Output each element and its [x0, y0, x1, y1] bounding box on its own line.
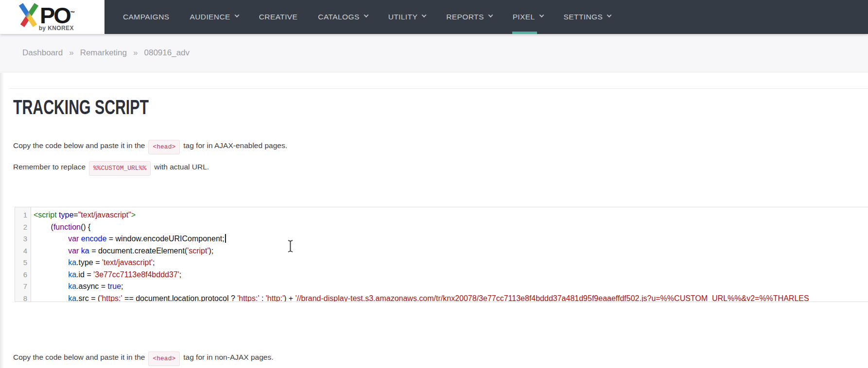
code-token-var: ka: [68, 294, 76, 302]
breadcrumb-item[interactable]: Remarketing: [80, 48, 127, 58]
code-token-plain: [34, 282, 68, 290]
nav-item-settings[interactable]: SETTINGS: [554, 0, 622, 34]
code-token-plain: .id =: [76, 270, 93, 279]
code-line-6[interactable]: ka.id = '3e77cc7113e8f4bddd37';: [34, 269, 868, 281]
code-token-atom: true: [108, 282, 122, 290]
code-token-plain: () {: [81, 223, 90, 231]
nav-item-utility[interactable]: UTILITY: [378, 0, 436, 34]
breadcrumb-separator: »: [133, 48, 138, 58]
nav-item-reports[interactable]: REPORTS: [436, 0, 502, 34]
code-token-plain: == document.location.protocol ?: [122, 294, 238, 302]
nav-item-label: UTILITY: [388, 13, 418, 21]
code-line-8[interactable]: ka.src = ('https:' == document.location.…: [34, 293, 868, 302]
code-token-plain: = window.encodeURIComponent;: [106, 234, 224, 243]
nav-item-label: AUDIENCE: [190, 13, 230, 21]
logo-area: PO™ by KNOREX: [0, 0, 104, 34]
content-divider: [9, 88, 868, 89]
editor-gutter: 12345678: [15, 207, 31, 301]
code-token-plain: =: [73, 211, 78, 219]
chevron-down-icon: [539, 13, 544, 17]
nav-item-label: PIXEL: [513, 13, 535, 21]
code-token-plain: ;: [121, 282, 123, 290]
code-line-7[interactable]: ka.async = true;: [34, 281, 868, 293]
inline-code-head-tag: <head>: [148, 140, 180, 154]
chevron-down-icon: [607, 13, 612, 17]
text-caret: [225, 234, 226, 243]
nav-item-campaigns[interactable]: CAMPAIGNS: [113, 0, 179, 34]
instruction-text: Copy the code below and paste it in the: [13, 141, 145, 150]
instruction-text: Copy the code below and paste it in the: [13, 353, 145, 361]
nav-item-label: CREATIVE: [259, 13, 298, 21]
nav-item-label: CAMPAIGNS: [123, 13, 169, 21]
nav-item-label: REPORTS: [446, 13, 484, 21]
chevron-down-icon: [234, 13, 239, 17]
instruction-ajax: Copy the code below and paste it in the<…: [13, 140, 287, 154]
code-token-str: 'http:': [266, 294, 284, 302]
code-token-str: "text/javascript": [78, 211, 131, 219]
code-token-plain: ) +: [284, 294, 295, 302]
line-number: 7: [15, 281, 27, 293]
editor-code-area[interactable]: <script type="text/javascript"> (functio…: [31, 207, 868, 301]
code-token-tag: >: [131, 211, 136, 219]
main-nav: CAMPAIGNSAUDIENCECREATIVECATALOGSUTILITY…: [104, 0, 868, 34]
tracking-script-editor[interactable]: 12345678 <script type="text/javascript">…: [15, 207, 868, 302]
code-token-plain: ;: [179, 270, 181, 279]
breadcrumb-item[interactable]: Dashboard: [22, 48, 63, 58]
instruction-text: with actual URL.: [154, 163, 209, 171]
code-token-tag: <script: [34, 211, 57, 219]
code-line-1[interactable]: <script type="text/javascript">: [34, 209, 868, 221]
instruction-nonajax: Copy the code below and paste it in the<…: [13, 351, 274, 366]
instruction-text: tag for in AJAX-enabled pages.: [183, 141, 287, 150]
line-number: 4: [15, 245, 27, 257]
code-token-def: encode: [81, 234, 107, 243]
code-token-str: '3e77cc7113e8f4bddd37': [93, 270, 179, 279]
nav-item-catalogs[interactable]: CATALOGS: [308, 0, 378, 34]
code-token-plain: .src = (: [76, 294, 100, 302]
instruction-replace: Remember to replace%%CUSTOM_URL%%with ac…: [13, 161, 209, 176]
code-token-plain: [34, 294, 68, 302]
breadcrumb: Dashboard»Remarketing»080916_adv: [22, 48, 190, 58]
code-token-kw: var: [68, 247, 79, 255]
logo-wordmark: PO™: [40, 1, 75, 27]
code-token-plain: .async =: [76, 282, 107, 290]
chevron-down-icon: [422, 13, 427, 17]
code-token-str: 'script': [187, 247, 208, 255]
line-number: 2: [15, 221, 27, 234]
inline-code-custom-url: %%CUSTOM_URL%%: [89, 161, 151, 176]
top-bar: PO™ by KNOREX CAMPAIGNSAUDIENCECREATIVEC…: [0, 0, 868, 34]
code-token-def: ka: [81, 247, 89, 255]
instruction-text: Remember to replace: [13, 163, 86, 171]
code-token-kw: function: [53, 223, 81, 231]
breadcrumb-separator: »: [69, 48, 73, 58]
code-token-plain: = document.createElement(: [89, 247, 187, 255]
code-token-var: ka: [68, 282, 76, 290]
code-line-4[interactable]: var ka = document.createElement('script'…: [34, 245, 868, 257]
code-token-plain: [34, 234, 68, 243]
instruction-text: tag for in non-AJAX pages.: [183, 353, 273, 361]
trademark-symbol: ™: [70, 10, 75, 16]
line-number: 5: [15, 257, 27, 269]
chevron-down-icon: [488, 13, 493, 17]
code-token-attr: type: [59, 211, 73, 219]
code-line-3[interactable]: var encode = window.encodeURIComponent;: [34, 233, 868, 245]
nav-item-creative[interactable]: CREATIVE: [249, 0, 308, 34]
code-token-str: 'https:': [237, 294, 259, 302]
code-line-5[interactable]: ka.type = 'text/javascript';: [34, 257, 868, 269]
code-token-plain: [34, 258, 68, 267]
code-token-plain: [34, 247, 68, 255]
code-token-var: ka: [68, 270, 76, 279]
nav-item-label: SETTINGS: [564, 13, 603, 21]
code-line-2[interactable]: (function() {: [34, 221, 868, 234]
line-number: 6: [15, 269, 27, 281]
xpo-x-icon: [17, 3, 40, 29]
nav-item-pixel[interactable]: PIXEL: [503, 0, 554, 34]
line-number: 3: [15, 233, 27, 245]
code-token-plain: ;: [153, 258, 155, 267]
code-token-kw: var: [68, 234, 79, 243]
nav-item-label: CATALOGS: [318, 13, 359, 21]
code-token-str: 'https:': [100, 294, 122, 302]
breadcrumb-bar: Dashboard»Remarketing»080916_adv: [0, 34, 868, 72]
nav-item-audience[interactable]: AUDIENCE: [179, 0, 248, 34]
code-token-str: '//brand-display-test.s3.amazonaws.com/t…: [295, 294, 809, 302]
xpo-logo[interactable]: PO™ by KNOREX: [17, 1, 75, 29]
